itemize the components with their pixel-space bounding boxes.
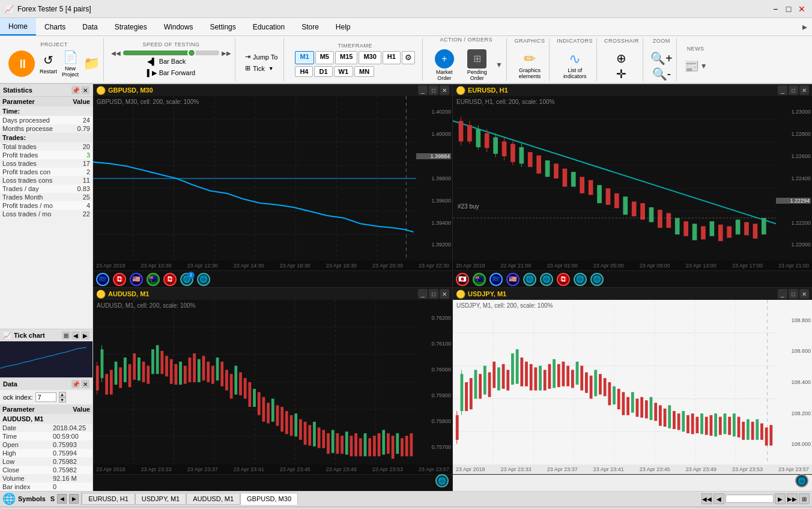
usdjpy-minimize-btn[interactable]: _ xyxy=(778,289,787,299)
tick-button[interactable]: ⊞ Tick ▼ xyxy=(243,63,280,73)
maximize-button[interactable]: □ xyxy=(783,4,794,14)
chart-tab-eurusd-h1[interactable]: EURUSD, H1 xyxy=(82,493,135,505)
tf-mn[interactable]: MN xyxy=(354,66,374,77)
statistics-close-button[interactable]: ✕ xyxy=(81,86,89,94)
menu-settings[interactable]: Settings xyxy=(201,18,244,35)
bar-forward-button[interactable]: ▌▶ Bar Forward xyxy=(145,68,198,78)
eurusd-coin-gl3[interactable]: 🌐 xyxy=(574,273,587,286)
menu-strategies[interactable]: Strategies xyxy=(106,18,156,35)
audusd-close-btn[interactable]: ✕ xyxy=(440,289,449,299)
tf-m30[interactable]: M30 xyxy=(359,51,381,64)
eurusd-chart-body[interactable]: EURUSD, H1, cell: 200, scale: 100% #23 b… xyxy=(453,96,812,261)
tf-w1[interactable]: W1 xyxy=(334,66,354,77)
usdjpy-coin-gl[interactable]: 🌐 xyxy=(795,474,808,487)
jump-to-button[interactable]: ⇥ Jump To xyxy=(243,52,280,62)
pending-order-button[interactable]: ⊞ PendingOrder xyxy=(462,47,492,83)
eurusd-close-btn[interactable]: ✕ xyxy=(799,85,809,95)
tick-chart-body[interactable] xyxy=(0,341,92,377)
menu-charts[interactable]: Charts xyxy=(36,18,74,35)
crosshair-add-icon[interactable]: ⊕ xyxy=(616,51,626,66)
tf-d1[interactable]: D1 xyxy=(314,66,332,77)
menu-home[interactable]: Home xyxy=(0,18,36,35)
chart-tab-audusd-m1[interactable]: AUDUSD, M1 xyxy=(186,493,240,505)
graphics-elements-button[interactable]: ✏ Graphicselements xyxy=(514,49,546,81)
lock-index-up[interactable]: ▲ xyxy=(59,392,66,397)
speed-slider[interactable] xyxy=(123,50,219,55)
tf-settings-button[interactable]: ⚙ xyxy=(402,51,415,64)
chart-tab-prev-btn[interactable]: ◀◀ xyxy=(701,493,712,504)
new-project-icon[interactable]: 📄 xyxy=(63,50,78,64)
gbpusd-coin-ca[interactable]: 🇨🇦 xyxy=(113,273,126,286)
symbols-next-btn[interactable]: ▶ xyxy=(69,494,79,504)
chart-tab-step-next-btn[interactable]: ▶ xyxy=(775,493,786,504)
gbpusd-close-btn[interactable]: ✕ xyxy=(440,85,449,95)
chart-tab-scrollbar[interactable] xyxy=(726,495,774,503)
eurusd-coin-jp[interactable]: 🇯🇵 xyxy=(456,273,469,286)
toolbar-toggle[interactable]: ▸ xyxy=(802,21,812,32)
gbpusd-coin-eu[interactable]: 🇪🇺 xyxy=(96,273,109,286)
eurusd-coin-au[interactable]: 🇦🇺 xyxy=(473,273,486,286)
market-order-button[interactable]: + MarketOrder xyxy=(430,47,459,83)
chart-tab-gbpusd-m30[interactable]: GBPUSD, M30 xyxy=(240,493,298,505)
bar-back-button[interactable]: ◀▌ Bar Back xyxy=(145,56,198,67)
eurusd-coin-ca[interactable]: 🇨🇦 xyxy=(557,273,570,286)
lock-index-input[interactable] xyxy=(35,392,56,402)
menu-help[interactable]: Help xyxy=(327,18,359,35)
tf-m15[interactable]: M15 xyxy=(335,51,357,64)
menu-windows[interactable]: Windows xyxy=(156,18,202,35)
open-folder-icon[interactable]: 📁 xyxy=(83,56,100,72)
eurusd-coin-eu2[interactable]: 🇺🇸 xyxy=(506,273,520,286)
resume-button[interactable]: ⏸ xyxy=(8,50,35,77)
gbpusd-coin-ca2[interactable]: 🇨🇦 xyxy=(163,273,177,286)
audusd-chart-body[interactable]: AUDUSD, M1, cell: 200, scale: 100% 0.762… xyxy=(93,300,452,465)
eurusd-maximize-btn[interactable]: □ xyxy=(789,85,798,95)
gbpusd-coin-au[interactable]: 🇦🇺 xyxy=(147,273,160,286)
symbols-prev-btn[interactable]: ◀ xyxy=(57,494,67,504)
orders-dropdown-icon[interactable]: ▼ xyxy=(495,61,503,69)
statistics-pin-button[interactable]: 📌 xyxy=(71,86,80,94)
menu-data[interactable]: Data xyxy=(74,18,106,35)
close-button[interactable]: ✕ xyxy=(796,4,807,14)
zoom-out-icon[interactable]: 🔍- xyxy=(652,67,671,81)
chart-tab-next-btn[interactable]: ▶▶ xyxy=(787,493,798,504)
minimize-button[interactable]: − xyxy=(770,4,781,14)
restart-icon[interactable]: ↺ xyxy=(43,53,53,67)
usdjpy-chart-body[interactable]: USDJPY, M1, cell: 200, scale: 100% 108.8… xyxy=(453,300,812,465)
tick-chart-prev-btn[interactable]: ◀ xyxy=(71,331,80,340)
tf-h1[interactable]: H1 xyxy=(383,51,401,64)
tick-chart-table-btn[interactable]: ⊞ xyxy=(62,331,70,340)
audusd-maximize-btn[interactable]: □ xyxy=(429,289,438,299)
tf-h4[interactable]: H4 xyxy=(295,66,313,77)
usdjpy-maximize-btn[interactable]: □ xyxy=(789,289,798,299)
statistics-scroll[interactable]: Time: Days processed 24 Months processe … xyxy=(0,106,92,329)
gbpusd-maximize-btn[interactable]: □ xyxy=(429,85,438,95)
data-panel-pin-btn[interactable]: 📌 xyxy=(71,380,80,388)
gbpusd-coin-us[interactable]: 🇺🇸 xyxy=(130,273,143,286)
eurusd-coin-gl1[interactable]: 🌐 xyxy=(523,273,536,286)
chart-tab-usdjpy-m1[interactable]: USDJPY, M1 xyxy=(135,493,186,505)
tf-m1[interactable]: M1 xyxy=(295,51,314,64)
menu-store[interactable]: Store xyxy=(293,18,327,35)
menu-education[interactable]: Education xyxy=(244,18,293,35)
tick-chart-next-btn[interactable]: ▶ xyxy=(81,331,89,340)
eurusd-coin-eu[interactable]: 🇪🇺 xyxy=(489,273,503,286)
gbpusd-chart-body[interactable]: GBPUSD, M30, cell: 200, scale: 100% 1.40… xyxy=(93,96,452,261)
eurusd-minimize-btn[interactable]: _ xyxy=(778,85,787,95)
audusd-coin-gl[interactable]: 🌐 xyxy=(435,474,449,487)
tick-dropdown-icon[interactable]: ▼ xyxy=(268,66,274,72)
tf-m5[interactable]: M5 xyxy=(315,51,334,64)
gbpusd-minimize-btn[interactable]: _ xyxy=(418,85,428,95)
chart-tab-step-prev-btn[interactable]: ◀ xyxy=(714,493,724,504)
eurusd-coin-gl4[interactable]: 🌐 xyxy=(590,273,604,286)
usdjpy-close-btn[interactable]: ✕ xyxy=(799,289,809,299)
audusd-minimize-btn[interactable]: _ xyxy=(418,289,428,299)
zoom-in-icon[interactable]: 🔍+ xyxy=(650,51,673,66)
news-icon[interactable]: 📰 xyxy=(684,59,699,73)
gbpusd-coin-gl[interactable]: 🌐2 xyxy=(180,273,193,286)
data-panel-close-btn[interactable]: ✕ xyxy=(81,380,89,388)
list-indicators-button[interactable]: ∿ List ofindicators xyxy=(559,49,592,81)
eurusd-coin-gl2[interactable]: 🌐 xyxy=(540,273,553,286)
gbpusd-coin-gl2[interactable]: 🌐 xyxy=(197,273,210,286)
lock-index-down[interactable]: ▼ xyxy=(59,397,66,403)
news-toggle-icon[interactable]: ▼ xyxy=(700,62,707,70)
